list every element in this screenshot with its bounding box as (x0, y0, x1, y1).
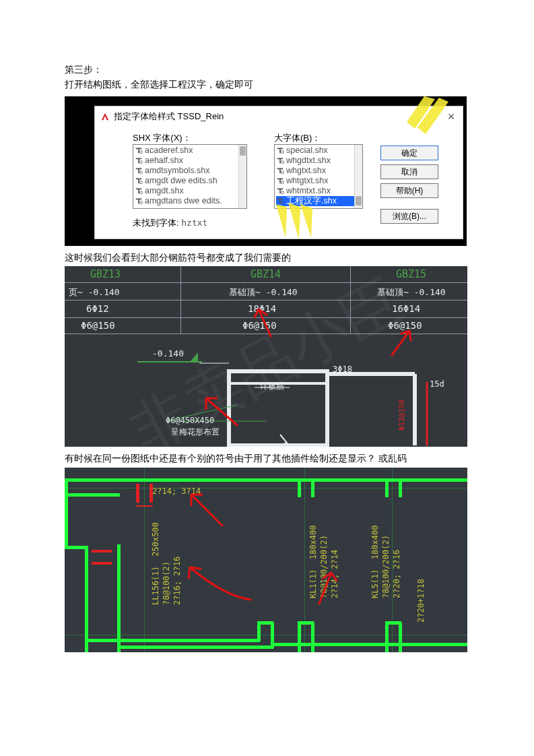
table-cell: 16Φ14 (392, 303, 420, 314)
beam-bar: 2?16; 2?16 (172, 547, 182, 605)
font-file-icon (135, 177, 143, 185)
browse-button[interactable]: 浏览(B)... (380, 209, 438, 224)
scrollbar[interactable] (238, 145, 246, 208)
svg-point-11 (281, 201, 283, 204)
caption-after-table: 有时候在同一份图纸中还是有个别的符号由于用了其他插件绘制还是显示？ 或乱码 (65, 451, 469, 466)
table-cell: Φ6@150 (242, 320, 277, 331)
beam-bar: 2?14; 2?14 (330, 546, 339, 598)
list-item[interactable]: whtgtxt.shx (276, 176, 361, 186)
svg-point-9 (281, 181, 283, 184)
font-file-icon (135, 166, 143, 175)
screenshot-cad-plan: 2?14; 3?14 LL156(1) 250x500 ?8@100(2) 2?… (65, 468, 467, 652)
font-dialog: 指定字体给样式 TSSD_Rein × SHX 字体(X)： 大字体(B)： a… (94, 106, 463, 239)
annotation-arrow-icon (183, 562, 257, 609)
svg-point-7 (281, 161, 283, 164)
autocad-logo-icon (100, 112, 110, 121)
dialog-title: 指定字体给样式 TSSD_Rein (114, 111, 224, 123)
svg-point-10 (281, 191, 283, 194)
table-cell: 18Φ14 (248, 303, 276, 314)
svg-point-8 (281, 171, 283, 174)
intro-block: 第三步： 打开结构图纸，全部选择工程汉字，确定即可 (65, 62, 469, 92)
screenshot-cad-table: 非卖品小臣 GBZ13 GBZ14 GBZ15 页~ -0.140 基础顶~ -… (65, 266, 467, 447)
vertical-bar-label: Φ12@150 (397, 400, 406, 431)
font-file-icon (276, 146, 284, 154)
svg-point-4 (139, 191, 142, 194)
table-header: GBZ14 (251, 268, 281, 280)
ok-button[interactable]: 确定 (380, 146, 438, 160)
table-cell: 页~ -0.140 (69, 286, 120, 298)
list-item[interactable]: whgtxt.shx (276, 166, 361, 176)
dialog-titlebar: 指定字体给样式 TSSD_Rein (95, 106, 463, 127)
cad-detail-drawing (65, 340, 467, 447)
stirrup-layout-label: 呈梅花形布置 (171, 427, 220, 438)
shx-font-label: SHX 字体(X)： (133, 132, 191, 144)
table-cell: Φ6@150 (388, 320, 422, 331)
font-file-icon (276, 187, 284, 195)
svg-point-1 (139, 161, 142, 164)
table-header: GBZ13 (90, 268, 121, 280)
list-item[interactable]: amgdtans dwe edits. (135, 196, 245, 206)
list-item[interactable]: special.shx (276, 146, 361, 156)
table-cell: Φ6@150 (81, 320, 115, 331)
font-file-icon (276, 177, 284, 185)
corner-bar-label: 3Φ18 (333, 365, 352, 374)
font-file-icon (135, 197, 143, 205)
table-cell: 6Φ12 (86, 303, 109, 314)
list-item[interactable]: 工程汉字.shx (276, 196, 361, 206)
font-file-icon (135, 156, 143, 164)
stirrup-label: Φ6@450X450 (166, 416, 214, 425)
not-found-label: 未找到字体: hztxt (133, 217, 207, 229)
font-file-icon (135, 146, 143, 154)
scrollbar[interactable] (354, 145, 362, 208)
svg-point-5 (139, 201, 142, 204)
step-label: 第三步： (65, 62, 469, 77)
caption-after-dialog: 这时候我们会看到大部分钢筋符号都变成了我们需要的 (65, 250, 469, 265)
close-icon: × (448, 110, 455, 123)
help-button[interactable]: 帮助(H) (380, 183, 438, 198)
font-file-icon (276, 156, 284, 164)
dimension-label: -0.140 (152, 348, 184, 358)
detail-label: 详板筋 (260, 381, 284, 392)
table-cell: 基础顶~ -0.140 (229, 286, 298, 298)
screenshot-dialog: 指定字体给样式 TSSD_Rein × SHX 字体(X)： 大字体(B)： a… (65, 96, 467, 246)
svg-point-3 (139, 181, 142, 184)
dialog-close-button[interactable]: × (444, 109, 459, 124)
list-item[interactable]: amgdt.shx (135, 186, 245, 196)
svg-point-0 (139, 151, 142, 154)
font-file-icon (276, 197, 284, 205)
big-font-listbox[interactable]: special.shxwhgdtxt.shxwhgtxt.shxwhtgtxt.… (274, 144, 363, 209)
font-file-icon (135, 187, 143, 195)
list-item[interactable]: whgdtxt.shx (276, 156, 361, 166)
font-file-icon (276, 166, 284, 175)
svg-point-2 (139, 171, 142, 174)
beam-bar: 2?20; 2?16 (392, 546, 401, 598)
rebar-label: 2?14; 3?14 (152, 486, 201, 496)
anchorage-label: 15d (430, 379, 444, 389)
svg-point-6 (281, 151, 283, 154)
list-item[interactable]: whtmtxt.shx (276, 186, 361, 196)
beam-name: KL1(1) 180x400 (308, 517, 318, 598)
rebar-label: 2?20+1?18 (416, 570, 426, 623)
instruction-text: 打开结构图纸，全部选择工程汉字，确定即可 (65, 77, 469, 92)
table-header: GBZ15 (396, 268, 426, 280)
big-font-label: 大字体(B)： (274, 132, 321, 144)
beam-name: KL5(1) 180x400 (370, 517, 380, 598)
beam-name: LL156(1) 250x500 (151, 524, 160, 605)
beam-bar: ?8@100(2) (162, 547, 171, 605)
annotation-arrow-icon (186, 491, 233, 531)
cancel-button[interactable]: 取消 (380, 164, 438, 179)
table-cell: 基础顶~ -0.140 (377, 286, 446, 298)
beam-bar: ?8@100/200(2) (381, 531, 391, 598)
shx-font-listbox[interactable]: acaderef.shxaehalf.shxamdtsymbols.shxamg… (133, 144, 247, 209)
beam-bar: ?8@100/200(2) (319, 531, 329, 598)
list-item[interactable]: aehalf.shx (135, 156, 245, 166)
list-item[interactable]: amdtsymbols.shx (135, 166, 245, 176)
list-item[interactable]: acaderef.shx (135, 146, 245, 156)
list-item[interactable]: amgdt dwe edits.sh (135, 176, 245, 186)
